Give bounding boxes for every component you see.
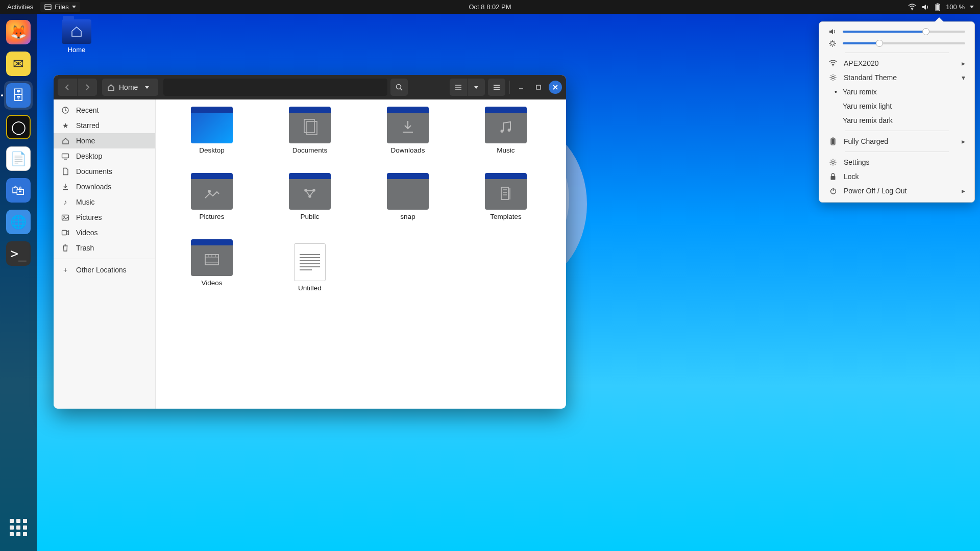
sidebar-item-trash[interactable]: Trash	[54, 240, 155, 256]
path-bar[interactable]: Home	[102, 79, 158, 96]
show-applications-button[interactable]	[4, 513, 33, 542]
search-button[interactable]	[390, 79, 408, 96]
file-item-untitled[interactable]: Untitled	[264, 241, 356, 307]
svg-point-30	[501, 130, 504, 133]
lock-label: Lock	[844, 172, 859, 181]
theme-option[interactable]: Yaru remix dark	[819, 113, 974, 128]
svg-line-52	[835, 41, 835, 41]
sidebar-item-desktop[interactable]: Desktop	[54, 148, 155, 164]
sidebar-item-recent[interactable]: Recent	[54, 103, 155, 118]
theme-option[interactable]: Yaru remix light	[819, 99, 974, 113]
battery-menu-item[interactable]: Fully Charged ▸	[819, 134, 974, 148]
chevron-right-icon: ▸	[962, 187, 965, 195]
dock-software[interactable]: 🛍	[4, 176, 33, 205]
svg-line-49	[830, 41, 830, 41]
lock-menu-item[interactable]: Lock	[819, 169, 974, 184]
file-item-downloads[interactable]: Downloads	[362, 109, 454, 174]
gear-icon	[828, 158, 838, 166]
sidebar-item-starred[interactable]: ★Starred	[54, 118, 155, 133]
volume-slider[interactable]	[843, 31, 965, 33]
file-label: Templates	[490, 213, 522, 220]
sidebar-item-videos[interactable]: Videos	[54, 225, 155, 240]
sidebar-icon	[61, 183, 70, 191]
clock[interactable]: Oct 8 8:02 PM	[469, 3, 511, 11]
svg-line-60	[835, 79, 835, 80]
home-icon	[107, 84, 115, 91]
minimize-button[interactable]	[514, 79, 528, 96]
sidebar-label: Documents	[76, 167, 112, 176]
svg-point-26	[63, 216, 65, 217]
svg-rect-23	[62, 154, 69, 158]
wifi-icon[interactable]	[908, 4, 916, 11]
power-menu-item[interactable]: Power Off / Log Out ▸	[819, 184, 974, 198]
svg-line-50	[835, 45, 835, 46]
view-dropdown-button[interactable]	[468, 79, 485, 96]
sidebar-item-downloads[interactable]: Downloads	[54, 179, 155, 194]
file-item-videos[interactable]: Videos	[166, 241, 258, 307]
dock-rhythmbox[interactable]: ◯	[4, 113, 33, 141]
dock-web[interactable]: 🌐	[4, 208, 33, 236]
svg-rect-27	[62, 231, 67, 235]
dock-firefox[interactable]: 🦊	[4, 18, 33, 46]
maximize-button[interactable]	[531, 79, 546, 96]
file-item-desktop[interactable]: Desktop	[166, 109, 258, 174]
files-area: DesktopDocumentsDownloadsMusicPicturesPu…	[156, 99, 566, 409]
file-item-snap[interactable]: snap	[362, 175, 454, 240]
volume-icon[interactable]	[921, 4, 929, 11]
svg-rect-64	[832, 138, 834, 139]
hamburger-menu-button[interactable]	[488, 79, 505, 96]
brightness-slider[interactable]	[843, 42, 965, 44]
sidebar-item-pictures[interactable]: Pictures	[54, 210, 155, 225]
nav-back-button[interactable]	[58, 79, 77, 96]
sidebar-label: Trash	[76, 244, 94, 252]
battery-icon[interactable]	[935, 3, 941, 11]
file-item-public[interactable]: Public	[264, 175, 356, 240]
file-item-music[interactable]: Music	[460, 109, 552, 174]
file-label: Pictures	[200, 213, 225, 220]
sidebar-item-home[interactable]: Home	[54, 133, 155, 148]
svg-point-66	[832, 161, 835, 164]
chevron-down-icon[interactable]	[970, 6, 974, 8]
sidebar-label: Recent	[76, 106, 99, 114]
file-item-templates[interactable]: Templates	[460, 175, 552, 240]
theme-menu-item[interactable]: Standard Theme ▾	[819, 70, 974, 85]
wifi-menu-item[interactable]: APEX2020 ▸	[819, 56, 974, 70]
file-label: Documents	[292, 146, 327, 154]
dock-terminal[interactable]: >_	[4, 239, 33, 268]
svg-point-10	[397, 85, 401, 89]
settings-menu-item[interactable]: Settings	[819, 155, 974, 169]
file-item-documents[interactable]: Documents	[264, 109, 356, 174]
folder-icon	[289, 111, 331, 143]
svg-line-11	[401, 89, 403, 91]
sidebar-label: Desktop	[76, 152, 102, 160]
sidebar-icon	[61, 137, 70, 144]
folder-icon	[485, 111, 527, 143]
dock-mail[interactable]: ✉	[4, 49, 33, 78]
svg-rect-8	[937, 3, 939, 4]
sidebar-icon	[61, 244, 70, 252]
sidebar-icon	[61, 214, 70, 221]
close-button[interactable]	[549, 81, 562, 94]
svg-rect-9	[936, 5, 939, 10]
volume-slider-row	[819, 26, 974, 37]
nav-forward-button[interactable]	[78, 79, 97, 96]
svg-line-62	[835, 75, 835, 76]
dock-files[interactable]: 🗄	[4, 81, 33, 110]
top-bar: Activities Files Oct 8 8:02 PM 100 %	[0, 0, 980, 14]
desktop-home-icon[interactable]: Home	[56, 19, 97, 54]
sidebar-item-music[interactable]: ♪Music	[54, 194, 155, 210]
sidebar-label: Other Locations	[76, 266, 127, 274]
dock-writer[interactable]: 📄	[4, 144, 33, 173]
svg-line-59	[830, 75, 831, 76]
sidebar-label: Videos	[76, 229, 98, 237]
app-menu-button[interactable]: Files	[40, 2, 80, 12]
file-item-pictures[interactable]: Pictures	[166, 175, 258, 240]
sidebar-item-other-locations[interactable]: +Other Locations	[54, 262, 155, 278]
power-label: Power Off / Log Out	[844, 187, 906, 195]
sidebar-item-documents[interactable]: Documents	[54, 164, 155, 179]
gear-icon	[828, 73, 838, 82]
theme-option[interactable]: Yaru remix	[819, 85, 974, 99]
sidebar-label: Starred	[76, 121, 100, 130]
activities-button[interactable]: Activities	[7, 3, 33, 11]
view-list-button[interactable]	[450, 79, 467, 96]
